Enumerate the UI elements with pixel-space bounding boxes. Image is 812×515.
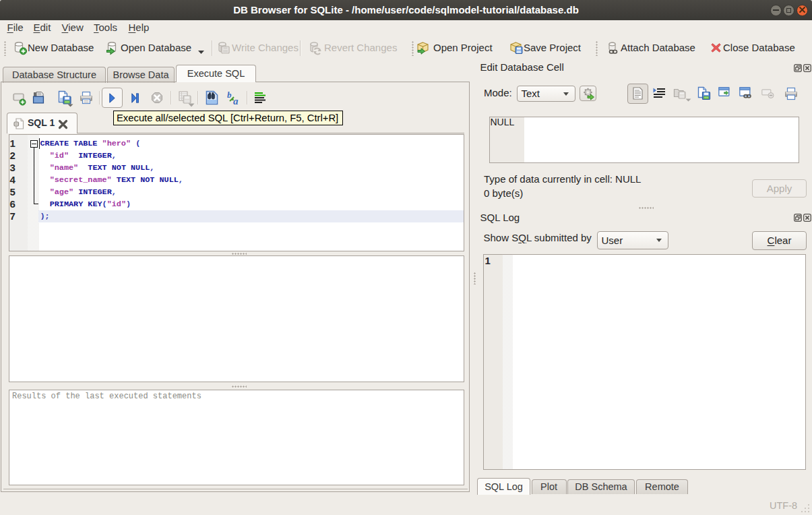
svg-text:b: b [227, 91, 232, 100]
